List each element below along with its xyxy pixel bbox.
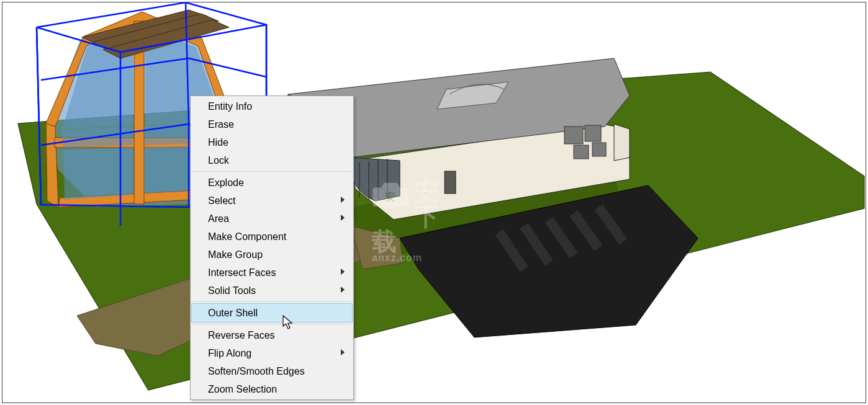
submenu-arrow-icon [341, 269, 345, 275]
svg-rect-15 [585, 125, 601, 141]
menu-entity-info[interactable]: Entity Info [192, 97, 352, 115]
scene-canvas [2, 2, 867, 404]
menu-select[interactable]: Select [192, 192, 352, 210]
menu-outer-shell[interactable]: Outer Shell [191, 303, 353, 323]
menu-separator [192, 171, 351, 172]
menu-erase[interactable]: Erase [192, 115, 352, 133]
submenu-arrow-icon [341, 287, 345, 293]
svg-rect-13 [445, 171, 456, 194]
submenu-arrow-icon [341, 349, 345, 355]
menu-lock[interactable]: Lock [192, 151, 352, 169]
menu-separator [192, 324, 351, 324]
menu-reverse-faces[interactable]: Reverse Faces [192, 326, 352, 344]
svg-rect-14 [564, 127, 583, 144]
svg-rect-16 [574, 145, 589, 159]
app-frame: Entity Info Erase Hide Lock Explode Sele… [2, 2, 866, 403]
menu-hide[interactable]: Hide [192, 133, 352, 151]
menu-make-group[interactable]: Make Group [192, 246, 352, 264]
submenu-arrow-icon [341, 215, 345, 221]
menu-zoom-selection[interactable]: Zoom Selection [192, 380, 352, 398]
menu-make-component[interactable]: Make Component [192, 228, 352, 246]
submenu-arrow-icon [341, 197, 345, 203]
menu-flip-along[interactable]: Flip Along [192, 344, 352, 362]
svg-marker-28 [63, 148, 133, 200]
svg-marker-18 [614, 124, 630, 161]
menu-separator [192, 301, 351, 302]
menu-intersect-faces[interactable]: Intersect Faces [192, 264, 352, 282]
svg-rect-17 [592, 143, 606, 156]
menu-area[interactable]: Area [192, 210, 352, 228]
menu-explode[interactable]: Explode [192, 174, 352, 192]
model-viewport[interactable] [2, 2, 866, 403]
context-menu: Entity Info Erase Hide Lock Explode Sele… [190, 96, 354, 400]
menu-solid-tools[interactable]: Solid Tools [192, 282, 352, 300]
menu-soften-smooth[interactable]: Soften/Smooth Edges [192, 362, 352, 380]
